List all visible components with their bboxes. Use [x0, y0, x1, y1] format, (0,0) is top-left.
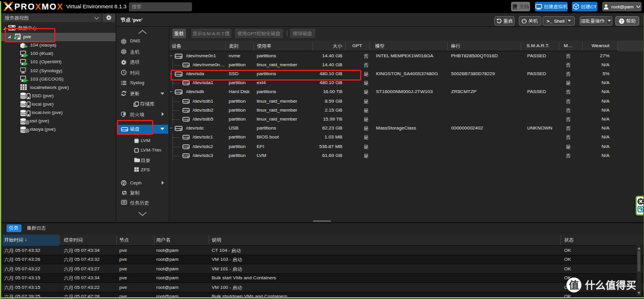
svg-text:?: ?	[620, 19, 623, 23]
